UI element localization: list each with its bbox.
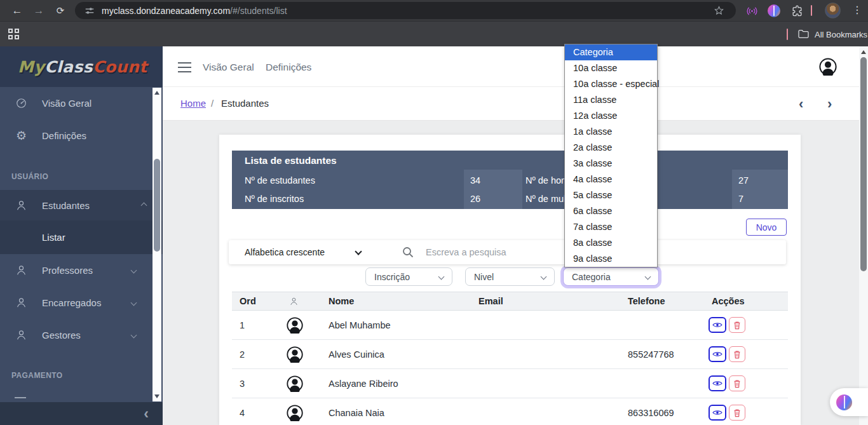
dropdown-option[interactable]: 1a classe — [565, 124, 657, 140]
breadcrumb-home-link[interactable]: Home — [180, 98, 206, 109]
row-ord: 3 — [240, 369, 245, 398]
sidebar-item-visao-geral[interactable]: Visão Geral — [0, 87, 153, 119]
search-bar: Alfabetica crescente — [229, 240, 786, 264]
dropdown-option[interactable]: 12a classe — [565, 108, 657, 124]
sidebar-item-professores[interactable]: Professores — [0, 254, 153, 287]
sort-select[interactable]: Alfabetica crescente — [245, 240, 325, 264]
dropdown-option[interactable]: Categoria — [565, 44, 657, 60]
breadcrumb-bar: Home / Estudantes ‹ › — [163, 87, 859, 121]
students-card: Lista de estudantes Nº de estudantes 34 … — [219, 135, 801, 425]
page-scrollbar-thumb[interactable] — [860, 57, 867, 271]
sidebar-item-encarregados[interactable]: Encarregados — [0, 287, 153, 319]
sidebar-section-pagamento: PAGAMENTO — [11, 371, 63, 380]
delete-button[interactable] — [729, 375, 745, 391]
dropdown-option[interactable]: 9a classe — [565, 251, 657, 267]
topnav-link-visao-geral[interactable]: Visão Geral — [203, 62, 254, 73]
dropdown-option[interactable]: 6a classe — [565, 203, 657, 219]
dropdown-option[interactable]: 2a classe — [565, 140, 657, 156]
extension-brain-icon[interactable] — [766, 3, 782, 18]
delete-button[interactable] — [729, 405, 745, 421]
chevron-up-icon — [141, 202, 147, 208]
col-email: Email — [478, 292, 503, 311]
dropdown-option[interactable]: 10a classe - especial — [565, 76, 657, 92]
sort-chevron-icon[interactable] — [355, 248, 362, 255]
table-row: 4 Chanaia Naia 863316069 — [232, 398, 788, 425]
app-logo[interactable]: MyClassCount — [0, 46, 163, 87]
view-button[interactable] — [709, 317, 726, 333]
breadcrumb-current: Estudantes — [221, 98, 269, 109]
row-phone: 863316069 — [628, 398, 674, 425]
person-icon — [15, 329, 27, 341]
topnav-link-definicoes[interactable]: Definições — [266, 62, 311, 73]
sidebar-collapse-bar[interactable]: ‹ — [0, 402, 163, 425]
scroll-down-arrow[interactable] — [154, 395, 159, 398]
dropdown-option[interactable]: 11a classe — [565, 92, 657, 108]
scroll-up-arrow[interactable] — [861, 50, 866, 54]
extensions-puzzle-icon[interactable] — [789, 3, 804, 18]
app-topnav: Visão Geral Definições — [163, 46, 859, 87]
page-scrollbar[interactable] — [859, 46, 868, 425]
site-settings-icon[interactable] — [84, 5, 95, 17]
view-button[interactable] — [709, 405, 726, 421]
filter-categoria-select[interactable]: Categoria — [563, 267, 659, 286]
person-icon — [15, 199, 27, 212]
all-bookmarks-button[interactable]: All Bookmarks — [815, 30, 867, 39]
sidebar-item-label: Gestores — [42, 330, 81, 341]
student-avatar-icon — [287, 346, 303, 363]
dropdown-option[interactable]: 10a classe — [565, 60, 657, 76]
dropdown-option[interactable]: 8a classe — [565, 235, 657, 251]
forward-icon[interactable]: → — [31, 3, 46, 18]
url-domain: myclass.dondzaneacademy.com — [102, 6, 230, 16]
filter-inscricao-select[interactable]: Inscrição — [365, 267, 452, 286]
filter-nivel-select[interactable]: Nivel — [465, 267, 555, 286]
scroll-up-arrow[interactable] — [154, 91, 159, 95]
dropdown-option[interactable]: 4a classe — [565, 172, 657, 187]
sidebar-item-definicoes[interactable]: ⚙ Definições — [0, 119, 153, 152]
sidebar-scrollbar[interactable] — [153, 88, 161, 401]
browser-profile-avatar[interactable] — [825, 3, 841, 18]
sidebar-item-label: Professores — [42, 265, 93, 276]
back-icon[interactable]: ← — [10, 3, 25, 18]
browser-menu-icon[interactable]: ⋮ — [850, 3, 865, 18]
row-ord: 2 — [240, 340, 245, 369]
dropdown-option[interactable]: 3a classe — [565, 156, 657, 172]
reload-icon[interactable]: ⟳ — [53, 3, 68, 18]
view-button[interactable] — [709, 375, 726, 391]
view-button[interactable] — [709, 346, 726, 362]
new-student-button[interactable]: Novo — [746, 219, 787, 236]
user-avatar-icon[interactable] — [819, 58, 837, 76]
clipped-menu-icon — [15, 397, 26, 400]
row-phone: 855247768 — [628, 340, 674, 369]
student-avatar-icon — [287, 317, 303, 334]
sidebar-item-estudantes[interactable]: Estudantes — [0, 190, 163, 220]
hamburger-menu-icon[interactable] — [178, 62, 191, 72]
sidebar-section-usuario: USUÁRIO — [11, 172, 48, 181]
stat-value: 26 — [470, 189, 480, 208]
sidebar-item-gestores[interactable]: Gestores — [0, 319, 153, 351]
sidebar-subitem-listar[interactable]: Listar — [0, 220, 163, 254]
row-name: Aslayane Ribeiro — [329, 369, 398, 398]
floating-extension-button[interactable] — [830, 388, 868, 416]
delete-button[interactable] — [729, 346, 745, 362]
table-row: 3 Aslayane Ribeiro — [232, 369, 788, 398]
brain-icon — [836, 395, 852, 410]
col-accoes: Acções — [712, 292, 745, 311]
breadcrumb-separator: / — [211, 98, 214, 109]
chevron-down-icon — [438, 274, 445, 280]
delete-button[interactable] — [729, 317, 745, 333]
apps-grid-icon[interactable] — [8, 29, 19, 39]
sidebar-item-label: Listar — [42, 232, 65, 243]
sidebar-item-label: Definições — [42, 130, 86, 141]
collapse-chevron-icon[interactable]: ‹ — [144, 405, 149, 422]
address-bar[interactable]: myclass.dondzaneacademy.com/#/students/l… — [75, 2, 736, 19]
bookmark-star-icon[interactable] — [714, 5, 724, 16]
next-chevron-icon[interactable]: › — [827, 97, 832, 111]
dropdown-option[interactable]: 7a classe — [565, 219, 657, 235]
prev-chevron-icon[interactable]: ‹ — [799, 97, 803, 111]
sidebar-scrollbar-thumb[interactable] — [154, 159, 160, 252]
stat-value: 7 — [738, 189, 743, 208]
extension-broadcast-icon[interactable] — [744, 3, 759, 18]
dropdown-option[interactable]: 5a classe — [565, 187, 657, 203]
theme-divider — [787, 29, 788, 40]
student-avatar-icon — [287, 375, 303, 392]
